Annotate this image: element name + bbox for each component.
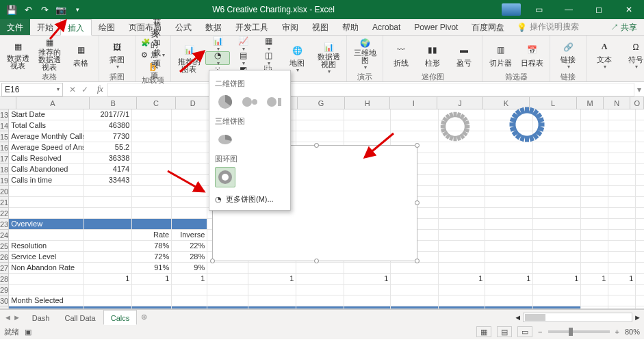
col-header[interactable]: I xyxy=(390,97,437,109)
cell[interactable] xyxy=(172,295,207,306)
save-icon[interactable]: 💾 xyxy=(4,2,19,17)
undo-icon[interactable]: ↶ xyxy=(21,2,36,17)
scroll-right-icon[interactable]: ► xyxy=(634,313,641,321)
cell[interactable] xyxy=(296,274,344,285)
cell[interactable]: Non Abandon Rate xyxy=(9,263,84,274)
row-header[interactable]: 23 xyxy=(0,219,9,230)
cell[interactable] xyxy=(581,306,608,309)
cell[interactable] xyxy=(172,109,207,120)
name-box[interactable]: E16▾ xyxy=(1,83,63,96)
enter-fx-icon[interactable]: ✓ xyxy=(79,85,90,94)
cell[interactable] xyxy=(439,153,485,164)
cell[interactable] xyxy=(485,175,533,186)
cell[interactable] xyxy=(84,230,132,241)
cell[interactable] xyxy=(636,295,644,306)
cell[interactable] xyxy=(207,295,248,306)
row-header[interactable]: 29 xyxy=(0,285,9,295)
row-header[interactable]: 21 xyxy=(0,197,9,208)
cell[interactable] xyxy=(581,285,608,295)
col-header[interactable]: J xyxy=(437,97,483,109)
pivottable-button[interactable]: ▦数据透视表 xyxy=(3,38,33,71)
cell[interactable] xyxy=(391,263,439,274)
cell[interactable] xyxy=(636,120,644,131)
cell[interactable] xyxy=(439,263,485,274)
cell[interactable]: Monthly Metrics xyxy=(9,306,84,309)
cell[interactable] xyxy=(581,241,608,252)
cell[interactable] xyxy=(636,241,644,252)
cell[interactable]: Rate xyxy=(132,230,172,241)
cell[interactable] xyxy=(296,109,344,120)
cell[interactable]: 46380 xyxy=(84,120,132,131)
cell[interactable] xyxy=(207,285,248,295)
cell[interactable] xyxy=(207,306,248,309)
cell[interactable] xyxy=(84,197,132,208)
cell[interactable] xyxy=(581,219,608,230)
sheet-tab[interactable]: Calcs xyxy=(103,310,138,325)
col-header[interactable]: G xyxy=(298,97,345,109)
row-header[interactable]: 18 xyxy=(0,164,9,175)
cell[interactable] xyxy=(533,142,581,153)
cell[interactable] xyxy=(581,263,608,274)
cell[interactable] xyxy=(132,120,172,131)
cell[interactable] xyxy=(485,153,533,164)
sparkline-col-button[interactable]: ▮▮柱形 xyxy=(417,38,448,71)
cell[interactable] xyxy=(439,295,485,306)
cell[interactable] xyxy=(636,219,644,230)
cell[interactable]: 7730 xyxy=(84,131,132,142)
cell[interactable]: Average Monthly Calls xyxy=(9,131,84,142)
cell[interactable] xyxy=(84,285,132,295)
cell[interactable] xyxy=(533,153,581,164)
tab-formula[interactable]: 公式 xyxy=(168,19,198,35)
row-header[interactable]: 16 xyxy=(0,142,9,153)
sparkline-wl-button[interactable]: ▬盈亏 xyxy=(449,38,479,71)
cell[interactable] xyxy=(439,197,485,208)
cell[interactable] xyxy=(9,208,84,219)
cell[interactable] xyxy=(132,142,172,153)
row-header[interactable]: 15 xyxy=(0,131,9,142)
macro-record-icon[interactable]: ▣ xyxy=(25,328,31,337)
cell[interactable] xyxy=(636,306,644,309)
cell[interactable]: 1 xyxy=(172,274,207,285)
cell[interactable] xyxy=(248,306,296,309)
cell[interactable] xyxy=(636,142,644,153)
cell[interactable] xyxy=(344,109,391,120)
cell[interactable] xyxy=(636,109,644,120)
cell[interactable] xyxy=(636,164,644,175)
row-header[interactable]: 27 xyxy=(0,263,9,274)
pie-of-pie-option[interactable] xyxy=(240,92,260,112)
bar-chart-button[interactable]: ▤▾ xyxy=(231,51,255,65)
cell[interactable] xyxy=(608,252,636,263)
cell[interactable] xyxy=(485,164,533,175)
share-button[interactable]: ↗ 共享 xyxy=(604,19,644,35)
symbol-button[interactable]: Ω符号▾ xyxy=(621,38,644,71)
col-header[interactable]: D xyxy=(176,97,211,109)
cell[interactable] xyxy=(391,274,439,285)
cell[interactable]: Start Date xyxy=(9,109,84,120)
cell[interactable]: Total Calls xyxy=(9,120,84,131)
cell[interactable]: 91% xyxy=(132,263,172,274)
col-header[interactable]: A xyxy=(16,97,90,109)
cell[interactable] xyxy=(132,219,172,230)
cell[interactable]: 78% xyxy=(132,241,172,252)
cell[interactable] xyxy=(636,285,644,295)
row-header[interactable]: 30 xyxy=(0,295,9,306)
row-header[interactable]: 26 xyxy=(0,252,9,263)
cell[interactable] xyxy=(439,252,485,263)
row-header[interactable]: 13 xyxy=(0,109,9,120)
cell[interactable] xyxy=(485,285,533,295)
cell[interactable] xyxy=(636,263,644,274)
row-header[interactable]: 31 xyxy=(0,306,9,309)
cell[interactable]: 1 xyxy=(581,274,608,285)
cell[interactable] xyxy=(248,263,296,274)
cell[interactable] xyxy=(132,306,172,309)
3dmap-button[interactable]: 🌍三维地图▾ xyxy=(350,38,380,71)
cell[interactable] xyxy=(533,175,581,186)
fx-icon[interactable]: fx xyxy=(93,84,107,94)
cell[interactable] xyxy=(172,219,207,230)
pie-3d-option[interactable] xyxy=(215,129,235,150)
cell[interactable] xyxy=(391,306,439,309)
my-addins-button[interactable]: ⚙我的加载项▾ xyxy=(138,49,168,60)
cell[interactable] xyxy=(296,131,344,142)
cell[interactable] xyxy=(84,186,132,197)
cell[interactable] xyxy=(344,285,391,295)
